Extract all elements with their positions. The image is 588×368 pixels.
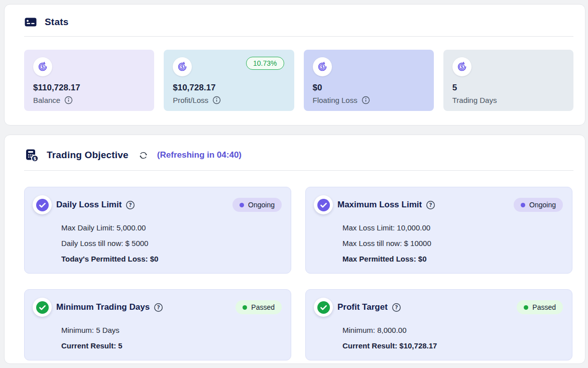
status-label: Ongoing bbox=[529, 201, 556, 209]
check-icon bbox=[314, 298, 333, 317]
balance-label: Balance bbox=[33, 96, 60, 104]
objective-header: $ Trading Objective (Refreshing in 04:40… bbox=[5, 135, 585, 163]
profit-loss-label: Profit/Loss bbox=[173, 96, 208, 104]
profit-loss-value: $10,728.17 bbox=[173, 83, 285, 93]
stats-header: Stats bbox=[5, 5, 585, 29]
refresh-countdown: (Refreshing in 04:40) bbox=[157, 150, 242, 160]
objective-line: Daily Loss till now: $ 5000 bbox=[61, 239, 282, 248]
daily-loss-limit-title: Daily Loss Limit bbox=[56, 200, 122, 210]
trading-days-label: Trading Days bbox=[452, 96, 497, 104]
objective-divider bbox=[24, 170, 573, 171]
objective-card-minimum-trading-days: Minimum Trading Days ? Passed Minimum: 5… bbox=[24, 289, 291, 360]
status-dot-icon bbox=[521, 203, 525, 207]
stat-card-trading-days: $ 5 Trading Days bbox=[443, 50, 573, 111]
objective-line: Max Daily Limit: 5,000.00 bbox=[61, 223, 282, 232]
svg-text:?: ? bbox=[395, 304, 398, 310]
check-icon bbox=[314, 195, 333, 214]
help-icon[interactable]: ? bbox=[426, 200, 435, 210]
dollar-refresh-icon: $ bbox=[313, 57, 332, 76]
stat-card-balance: $ $110,728.17 Balance bbox=[24, 50, 154, 111]
objective-card-daily-loss-limit: Daily Loss Limit ? Ongoing Max Daily Lim… bbox=[24, 187, 291, 274]
status-badge: Passed bbox=[236, 300, 282, 314]
refresh-icon[interactable] bbox=[138, 150, 149, 161]
status-badge: Ongoing bbox=[514, 198, 563, 212]
status-dot-icon bbox=[243, 305, 247, 310]
floating-loss-label: Floating Loss bbox=[313, 96, 358, 104]
status-badge: Passed bbox=[517, 300, 563, 314]
help-icon[interactable]: ? bbox=[392, 303, 401, 312]
dollar-refresh-icon: $ bbox=[173, 57, 192, 76]
floating-loss-value: $0 bbox=[313, 83, 425, 93]
status-badge: Ongoing bbox=[232, 198, 282, 212]
stat-card-floating-loss: $ $0 Floating Loss bbox=[304, 50, 434, 111]
stats-title: Stats bbox=[45, 17, 68, 28]
info-icon[interactable] bbox=[64, 96, 73, 104]
stat-card-profit-loss: 10.73% $ $10,728.17 Profit/Loss bbox=[164, 50, 294, 111]
svg-text:$: $ bbox=[460, 64, 463, 69]
help-icon[interactable]: ? bbox=[126, 200, 135, 210]
info-icon[interactable] bbox=[362, 96, 370, 104]
status-dot-icon bbox=[240, 203, 244, 207]
maximum-loss-limit-title: Maximum Loss Limit bbox=[337, 200, 422, 210]
objective-result-line: Max Permitted Loss: $0 bbox=[342, 255, 563, 263]
profit-percent-badge: 10.73% bbox=[246, 57, 284, 70]
dollar-refresh-icon: $ bbox=[33, 57, 52, 76]
svg-text:$: $ bbox=[321, 64, 324, 69]
balance-value: $110,728.17 bbox=[33, 83, 145, 93]
svg-text:?: ? bbox=[429, 202, 432, 208]
stats-cards-row: $ $110,728.17 Balance 10.73% $ bbox=[24, 50, 573, 111]
stats-icon bbox=[24, 16, 37, 29]
svg-text:?: ? bbox=[129, 202, 132, 208]
check-icon bbox=[33, 195, 52, 214]
objective-line: Max Loss Limit: 10,000.00 bbox=[342, 223, 563, 232]
objective-cards-grid: Daily Loss Limit ? Ongoing Max Daily Lim… bbox=[24, 187, 572, 360]
objective-icon: $ bbox=[24, 148, 39, 163]
status-dot-icon bbox=[524, 305, 528, 310]
info-icon[interactable] bbox=[212, 96, 221, 104]
status-label: Passed bbox=[532, 303, 556, 311]
profit-target-title: Profit Target bbox=[337, 302, 388, 312]
svg-text:$: $ bbox=[41, 64, 44, 69]
objective-result-line: Current Result: 5 bbox=[61, 341, 282, 350]
objective-title: Trading Objective bbox=[47, 150, 129, 161]
objective-line: Minimum: 5 Days bbox=[61, 326, 282, 334]
svg-text:?: ? bbox=[157, 304, 160, 310]
trading-objective-panel: $ Trading Objective (Refreshing in 04:40… bbox=[4, 135, 585, 364]
trading-days-value: 5 bbox=[452, 83, 564, 93]
stats-panel: Stats $ $110,728.17 Balance 10.73% bbox=[4, 4, 585, 126]
objective-line: Max Loss till now: $ 10000 bbox=[342, 239, 563, 248]
status-label: Passed bbox=[251, 303, 275, 311]
svg-text:$: $ bbox=[181, 64, 184, 69]
svg-text:$: $ bbox=[33, 156, 36, 161]
check-icon bbox=[33, 298, 52, 317]
objective-line: Minimum: 8,000.00 bbox=[342, 326, 563, 334]
stats-divider bbox=[24, 36, 573, 37]
dollar-refresh-icon: $ bbox=[452, 57, 472, 76]
minimum-trading-days-title: Minimum Trading Days bbox=[56, 302, 150, 312]
help-icon[interactable]: ? bbox=[154, 303, 163, 312]
objective-card-profit-target: Profit Target ? Passed Minimum: 8,000.00… bbox=[305, 289, 572, 360]
status-label: Ongoing bbox=[248, 201, 275, 209]
objective-result-line: Today's Permitted Loss: $0 bbox=[61, 255, 282, 263]
objective-result-line: Current Result: $10,728.17 bbox=[342, 341, 563, 350]
objective-card-maximum-loss-limit: Maximum Loss Limit ? Ongoing Max Loss Li… bbox=[305, 187, 572, 274]
